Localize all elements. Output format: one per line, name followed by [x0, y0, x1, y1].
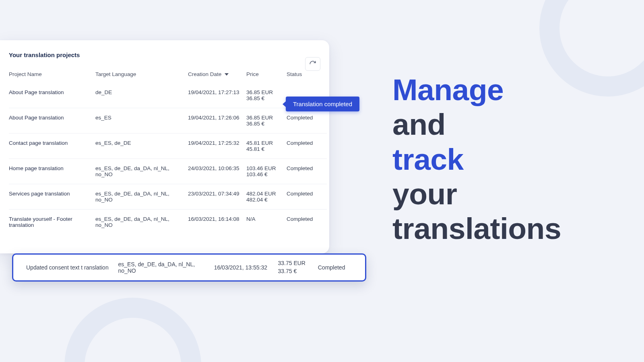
cell-price-sub: 103.46 € [246, 171, 283, 177]
col-header-lang[interactable]: Target Language [95, 66, 188, 83]
hero-line-2: and [392, 107, 618, 142]
cell-name: Home page translation [9, 159, 95, 184]
cell-status: Completed [287, 134, 327, 159]
cell-lang: es_ES, de_DE, da_DA, nl_NL, no_NO [95, 184, 188, 210]
cell-lang: es_ES, de_DE, da_DA, nl_NL, no_NO [95, 159, 188, 184]
cell-name: Translate yourself - Footer translation [9, 210, 95, 235]
cell-price: 36.85 EUR 36.85 € [246, 108, 287, 134]
cell-name: Contact page translation [9, 134, 95, 159]
cell-price-main: 36.85 EUR [246, 115, 273, 121]
cell-date: 24/03/2021, 10:06:35 [188, 159, 246, 184]
col-header-name[interactable]: Project Name [9, 66, 95, 83]
status-tooltip: Translation completed [286, 97, 359, 111]
cell-price-main: N/A [246, 216, 256, 222]
callout-name: Updated consent text t ranslation [26, 264, 118, 272]
col-header-date[interactable]: Creation Date [188, 66, 246, 83]
cell-date: 19/04/2021, 17:25:32 [188, 134, 246, 159]
cell-price: 36.85 EUR 36.85 € [246, 83, 287, 108]
table-row[interactable]: About Page translation de_DE 19/04/2021,… [9, 83, 327, 108]
cell-price-main: 45.81 EUR [246, 140, 273, 146]
cell-price: 45.81 EUR 45.81 € [246, 134, 287, 159]
cell-price-sub: 45.81 € [246, 146, 283, 152]
callout-date: 16/03/2021, 13:55:32 [214, 264, 278, 271]
cell-date: 16/03/2021, 16:14:08 [188, 210, 246, 235]
cell-lang: es_ES [95, 108, 188, 134]
cell-name: About Page translation [9, 83, 95, 108]
cell-price: 482.04 EUR 482.04 € [246, 184, 287, 210]
cell-price-sub: 36.85 € [246, 121, 283, 127]
cell-price: 103.46 EUR 103.46 € [246, 159, 287, 184]
cell-name: About Page translation [9, 108, 95, 134]
cell-price-main: 36.85 EUR [246, 89, 273, 95]
cell-date: 19/04/2021, 17:27:13 [188, 83, 246, 108]
hero-text: Manage and track your translations [392, 72, 618, 246]
refresh-button[interactable] [305, 57, 320, 71]
projects-table: Project Name Target Language Creation Da… [9, 66, 327, 234]
table-row[interactable]: Home page translation es_ES, de_DE, da_D… [9, 159, 327, 184]
table-row[interactable]: Contact page translation es_ES, de_DE 19… [9, 134, 327, 159]
cell-status: Completed [287, 159, 327, 184]
cell-date: 23/03/2021, 07:34:49 [188, 184, 246, 210]
cell-price-sub: 482.04 € [246, 197, 283, 203]
cell-status: Completed [287, 210, 327, 235]
callout-price: 33.75 EUR 33.75 € [278, 259, 318, 275]
cell-price-sub: 36.85 € [246, 95, 283, 101]
sort-desc-icon [225, 73, 229, 76]
hero-line-1: Manage [392, 72, 618, 107]
projects-panel: Your translation projects Project Name T… [0, 40, 329, 253]
callout-price-sub: 33.75 € [278, 267, 318, 276]
hero-line-4: your [392, 177, 618, 211]
cell-status: Completed [287, 108, 327, 134]
table-row[interactable]: About Page translation es_ES 19/04/2021,… [9, 108, 327, 134]
cell-name: Services page translation [9, 184, 95, 210]
cell-price: N/A [246, 210, 287, 235]
cell-lang: es_ES, de_DE [95, 134, 188, 159]
col-header-price[interactable]: Price [246, 66, 287, 83]
cell-price-main: 103.46 EUR [246, 165, 276, 171]
refresh-icon [309, 60, 316, 68]
cell-status: Completed [287, 184, 327, 210]
cell-date: 19/04/2021, 17:26:06 [188, 108, 246, 134]
callout-price-main: 33.75 EUR [278, 259, 318, 267]
panel-title: Your translation projects [9, 51, 325, 58]
callout-lang: es_ES, de_DE, da_DA, nl_NL, no_NO [118, 261, 214, 274]
cell-lang: de_DE [95, 83, 188, 108]
table-row[interactable]: Services page translation es_ES, de_DE, … [9, 184, 327, 210]
callout-status: Completed [318, 264, 358, 271]
decorative-circle-bottom [64, 298, 201, 362]
hero-line-3: track [392, 142, 618, 177]
highlighted-row[interactable]: Updated consent text t ranslation es_ES,… [12, 253, 366, 282]
table-row[interactable]: Translate yourself - Footer translation … [9, 210, 327, 235]
hero-line-5: translations [392, 211, 618, 246]
cell-lang: es_ES, de_DE, da_DA, nl_NL, no_NO [95, 210, 188, 235]
cell-price-main: 482.04 EUR [246, 191, 276, 197]
col-header-date-label: Creation Date [188, 71, 221, 77]
projects-tbody: About Page translation de_DE 19/04/2021,… [9, 83, 327, 234]
